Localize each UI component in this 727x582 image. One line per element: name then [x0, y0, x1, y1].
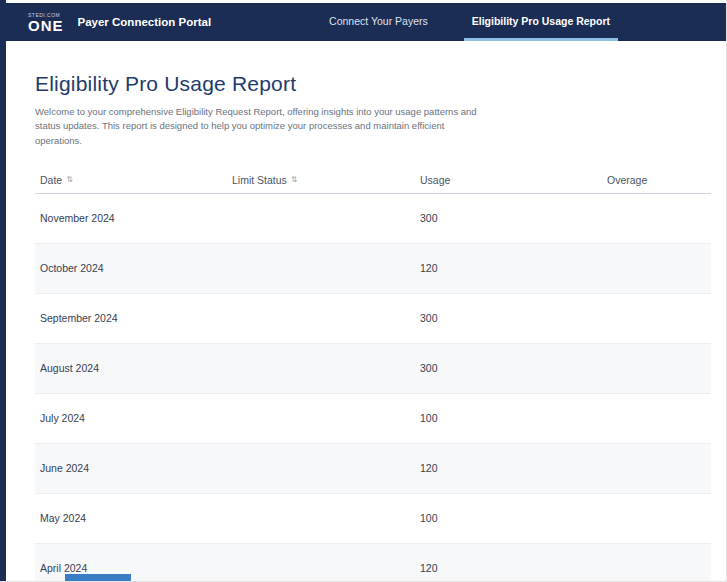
app-title: Payer Connection Portal [78, 3, 212, 41]
bottom-partial-element [65, 574, 131, 581]
brand-logo[interactable]: STEDI.COM ONE [28, 3, 64, 41]
cell-date: August 2024 [35, 362, 227, 374]
cell-usage: 120 [415, 462, 602, 474]
table-row: June 2024120 [35, 444, 711, 494]
nav-item-eligibility-pro-usage-report[interactable]: Eligibility Pro Usage Report [464, 3, 618, 41]
top-navbar: STEDI.COM ONE Payer Connection Portal Co… [0, 3, 726, 41]
table-header-row: Date⇅Limit Status⇅UsageOverage [35, 168, 711, 194]
column-header-usage: Usage [415, 174, 602, 186]
cell-usage: 300 [415, 212, 602, 224]
column-header-label: Limit Status [232, 174, 287, 186]
cell-usage: 300 [415, 362, 602, 374]
table-row: November 2024300 [35, 194, 711, 244]
column-header-date[interactable]: Date⇅ [35, 174, 227, 186]
column-header-label: Usage [420, 174, 450, 186]
cell-date: May 2024 [35, 512, 227, 524]
nav-item-connect-your-payers[interactable]: Connect Your Payers [321, 3, 436, 41]
cell-date: June 2024 [35, 462, 227, 474]
cell-date: April 2024 [35, 562, 227, 574]
column-header-label: Overage [607, 174, 647, 186]
table-body: November 2024300October 2024120September… [35, 194, 711, 582]
sort-icon[interactable]: ⇅ [291, 176, 298, 184]
column-header-overage: Overage [602, 174, 711, 186]
cell-usage: 100 [415, 512, 602, 524]
cell-date: July 2024 [35, 412, 227, 424]
column-header-label: Date [40, 174, 62, 186]
main-content: Eligibility Pro Usage Report Welcome to … [6, 41, 726, 581]
cell-usage: 120 [415, 262, 602, 274]
table-row: April 2024120 [35, 544, 711, 582]
table-row: October 2024120 [35, 244, 711, 294]
cell-date: September 2024 [35, 312, 227, 324]
cell-date: October 2024 [35, 262, 227, 274]
page-description: Welcome to your comprehensive Eligibilit… [35, 105, 480, 148]
cell-usage: 100 [415, 412, 602, 424]
page-title: Eligibility Pro Usage Report [35, 72, 710, 96]
table-row: May 2024100 [35, 494, 711, 544]
cell-usage: 120 [415, 562, 602, 574]
usage-report-table: Date⇅Limit Status⇅UsageOverage November … [35, 168, 711, 582]
table-row: September 2024300 [35, 294, 711, 344]
table-row: August 2024300 [35, 344, 711, 394]
brand-logo-one-text: ONE [28, 18, 64, 33]
left-edge-strip [0, 0, 6, 582]
navbar-links: Connect Your Payers Eligibility Pro Usag… [321, 3, 618, 41]
cell-usage: 300 [415, 312, 602, 324]
table-row: July 2024100 [35, 394, 711, 444]
cell-date: November 2024 [35, 212, 227, 224]
sort-icon[interactable]: ⇅ [66, 176, 73, 184]
column-header-limit-status[interactable]: Limit Status⇅ [227, 174, 415, 186]
